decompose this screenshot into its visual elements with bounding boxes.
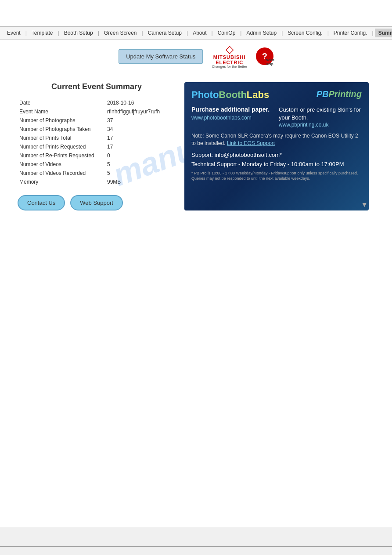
row-value: 99MB — [105, 178, 176, 186]
main-content: Current Event Summary Date2018-10-16Even… — [0, 73, 392, 219]
row-value: 34 — [105, 125, 176, 134]
ad-footnote: * PB Pro is 10:00 - 17:00 Weekday/Monday… — [191, 171, 362, 181]
nav-item-template[interactable]: Template — [28, 29, 57, 37]
row-value: 17 — [105, 142, 176, 151]
ad-right-col: Custom or pre existing Skin's for your B… — [279, 106, 362, 128]
ad-columns: Purchase additional paper. www.photoboot… — [191, 106, 362, 128]
mitsubishi-diamond-icon: ◇ — [226, 44, 234, 54]
nav-separator: | — [211, 30, 213, 36]
nav-bar: Event|Template|Booth Setup|Green Screen|… — [0, 26, 392, 40]
table-row: Number of Videos Recorded5 — [18, 169, 176, 178]
row-label: Number of Prints Requested — [18, 142, 105, 151]
row-value: 5 — [105, 169, 176, 178]
mitsubishi-logo: ◇ MITSUBISHI ELECTRIC Changes for the Be… — [212, 44, 247, 69]
eos-support-link[interactable]: Link to EOS Support — [227, 140, 275, 146]
nav-item-summary[interactable]: Summary — [375, 29, 392, 37]
help-button[interactable]: ? NeedHelp — [256, 47, 273, 65]
nav-separator: | — [97, 30, 100, 36]
summary-panel: Current Event Summary Date2018-10-16Even… — [18, 82, 176, 210]
nav-separator: | — [240, 30, 242, 36]
nav-item-coinop[interactable]: CoinOp — [214, 29, 239, 37]
nav-separator: | — [25, 30, 27, 36]
ad-note: Note: Some Canon SLR Camera's may requir… — [191, 132, 362, 147]
row-label: Number of Videos Recorded — [18, 169, 105, 178]
web-support-button[interactable]: Web Support — [70, 195, 123, 210]
pbp-url[interactable]: www.pbprinting.co.uk — [279, 122, 362, 128]
row-label: Date — [18, 98, 105, 107]
ad-hours: Technical Support - Monday to Friday - 1… — [191, 161, 362, 167]
nav-item-event[interactable]: Event — [4, 29, 24, 37]
row-value: 2018-10-16 — [105, 98, 176, 107]
pbl-url[interactable]: www.photoboothlabs.com — [191, 115, 274, 121]
row-label: Event Name — [18, 107, 105, 116]
row-value: 17 — [105, 134, 176, 142]
ad-left-col: Purchase additional paper. www.photoboot… — [191, 106, 274, 128]
nav-item-green-screen[interactable]: Green Screen — [101, 29, 140, 37]
table-row: Number of Prints Requested17 — [18, 142, 176, 151]
table-row: Number of Photographs Taken34 — [18, 125, 176, 134]
header-actions: Update My Software Status ◇ MITSUBISHI E… — [0, 40, 392, 73]
row-label: Memory — [18, 178, 105, 186]
ad-header: PhotoBoothLabs PBPrinting — [191, 89, 362, 101]
nav-item-camera-setup[interactable]: Camera Setup — [144, 29, 185, 37]
row-value: rfinhdfiggufjfruyur7rufh — [105, 107, 176, 116]
table-row: Number of Prints Total17 — [18, 134, 176, 142]
contact-us-button[interactable]: Contact Us — [18, 195, 65, 210]
nav-separator: | — [141, 30, 144, 36]
need-help-label: NeedHelp — [266, 58, 274, 66]
row-label: Number of Photographs Taken — [18, 125, 105, 134]
table-row: Number of Re-Prints Requested0 — [18, 151, 176, 160]
nav-item-admin-setup[interactable]: Admin Setup — [243, 29, 280, 37]
pb-printing-logo: PBPrinting — [316, 89, 362, 99]
row-label: Number of Prints Total — [18, 134, 105, 142]
nav-item-printer-config.[interactable]: Printer Config. — [330, 29, 371, 37]
ad-scroll-container[interactable]: PhotoBoothLabs PBPrinting Purchase addit… — [191, 89, 362, 181]
action-buttons: Contact Us Web Support — [18, 195, 176, 210]
nav-separator: | — [186, 30, 188, 36]
row-label: Number of Videos — [18, 160, 105, 169]
row-label: Number of Photographs — [18, 116, 105, 125]
scroll-down-icon: ▼ — [361, 201, 368, 209]
row-value: 37 — [105, 116, 176, 125]
nav-separator: | — [58, 30, 60, 36]
table-row: Event Namerfinhdfiggufjfruyur7rufh — [18, 107, 176, 116]
nav-separator: | — [372, 30, 374, 36]
ad-support: Support: info@photoboothsoft.com* — [191, 152, 362, 158]
row-label: Number of Re-Prints Requested — [18, 151, 105, 160]
table-row: Date2018-10-16 — [18, 98, 176, 107]
summary-table: Date2018-10-16Event Namerfinhdfiggufjfru… — [18, 98, 176, 186]
nav-separator: | — [281, 30, 283, 36]
pbl-logo: PhotoBoothLabs — [191, 89, 269, 101]
nav-item-about[interactable]: About — [189, 29, 210, 37]
purchase-text: Purchase additional paper. — [191, 106, 274, 113]
row-value: 5 — [105, 160, 176, 169]
table-row: Memory99MB — [18, 178, 176, 186]
table-row: Number of Videos5 — [18, 160, 176, 169]
summary-title: Current Event Summary — [18, 82, 176, 91]
table-row: Number of Photographs37 — [18, 116, 176, 125]
update-software-button[interactable]: Update My Software Status — [119, 49, 203, 64]
ad-panel: PhotoBoothLabs PBPrinting Purchase addit… — [184, 82, 369, 210]
custom-text: Custom or pre existing Skin's for your B… — [279, 106, 362, 122]
nav-item-screen-config.[interactable]: Screen Config. — [284, 29, 326, 37]
nav-item-booth-setup[interactable]: Booth Setup — [61, 29, 97, 37]
nav-separator: | — [327, 30, 329, 36]
row-value: 0 — [105, 151, 176, 160]
